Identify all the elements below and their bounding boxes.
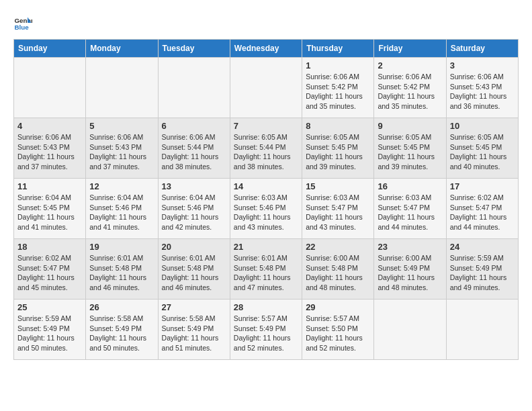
calendar-table: SundayMondayTuesdayWednesdayThursdayFrid…	[13, 39, 519, 360]
day-cell: 15Sunrise: 6:03 AM Sunset: 5:47 PM Dayli…	[302, 179, 374, 239]
day-number: 24	[450, 242, 515, 252]
header-wednesday: Wednesday	[230, 40, 302, 58]
day-cell: 21Sunrise: 6:01 AM Sunset: 5:48 PM Dayli…	[230, 239, 302, 300]
header-thursday: Thursday	[302, 40, 374, 58]
day-number: 5	[89, 121, 154, 131]
day-number: 20	[162, 242, 226, 252]
day-cell: 16Sunrise: 6:03 AM Sunset: 5:47 PM Dayli…	[374, 179, 446, 239]
day-cell: 29Sunrise: 5:57 AM Sunset: 5:50 PM Dayli…	[302, 300, 374, 360]
day-cell: 28Sunrise: 5:57 AM Sunset: 5:49 PM Dayli…	[230, 300, 302, 360]
week-row-4: 25Sunrise: 5:59 AM Sunset: 5:49 PM Dayli…	[14, 300, 519, 360]
day-cell	[374, 300, 446, 360]
day-cell: 18Sunrise: 6:02 AM Sunset: 5:47 PM Dayli…	[14, 239, 86, 300]
logo-icon: General Blue	[13, 13, 32, 32]
day-number: 7	[234, 121, 298, 131]
day-cell: 27Sunrise: 5:58 AM Sunset: 5:49 PM Dayli…	[158, 300, 230, 360]
logo: General Blue	[13, 13, 35, 32]
day-cell: 13Sunrise: 6:04 AM Sunset: 5:46 PM Dayli…	[158, 179, 230, 239]
day-cell: 3Sunrise: 6:06 AM Sunset: 5:43 PM Daylig…	[446, 58, 518, 118]
day-cell: 25Sunrise: 5:59 AM Sunset: 5:49 PM Dayli…	[14, 300, 86, 360]
day-cell	[14, 58, 86, 118]
day-cell: 19Sunrise: 6:01 AM Sunset: 5:48 PM Dayli…	[86, 239, 158, 300]
day-detail: Sunrise: 6:05 AM Sunset: 5:45 PM Dayligh…	[306, 132, 370, 172]
day-number: 3	[450, 60, 515, 71]
header-monday: Monday	[86, 40, 158, 58]
day-cell: 5Sunrise: 6:06 AM Sunset: 5:43 PM Daylig…	[86, 118, 158, 179]
header-saturday: Saturday	[446, 40, 518, 58]
day-number: 2	[378, 60, 442, 71]
day-detail: Sunrise: 5:59 AM Sunset: 5:49 PM Dayligh…	[450, 253, 515, 293]
day-number: 28	[234, 302, 298, 312]
day-detail: Sunrise: 6:02 AM Sunset: 5:47 PM Dayligh…	[17, 253, 82, 293]
day-detail: Sunrise: 6:03 AM Sunset: 5:47 PM Dayligh…	[378, 193, 442, 232]
day-cell: 20Sunrise: 6:01 AM Sunset: 5:48 PM Dayli…	[158, 239, 230, 300]
day-number: 14	[234, 181, 298, 191]
day-detail: Sunrise: 6:05 AM Sunset: 5:45 PM Dayligh…	[450, 132, 515, 172]
day-number: 12	[89, 181, 154, 191]
day-number: 22	[306, 242, 370, 252]
day-cell	[446, 300, 518, 360]
day-cell: 4Sunrise: 6:06 AM Sunset: 5:43 PM Daylig…	[14, 118, 86, 179]
day-cell: 8Sunrise: 6:05 AM Sunset: 5:45 PM Daylig…	[302, 118, 374, 179]
day-cell	[86, 58, 158, 118]
day-cell: 12Sunrise: 6:04 AM Sunset: 5:46 PM Dayli…	[86, 179, 158, 239]
day-number: 29	[306, 302, 370, 312]
calendar-header: SundayMondayTuesdayWednesdayThursdayFrid…	[14, 40, 519, 58]
day-number: 15	[306, 181, 370, 191]
day-cell: 7Sunrise: 6:05 AM Sunset: 5:44 PM Daylig…	[230, 118, 302, 179]
day-number: 13	[162, 181, 226, 191]
day-number: 16	[378, 181, 442, 191]
day-number: 9	[378, 121, 442, 131]
day-cell: 1Sunrise: 6:06 AM Sunset: 5:42 PM Daylig…	[302, 58, 374, 118]
day-detail: Sunrise: 6:05 AM Sunset: 5:45 PM Dayligh…	[378, 132, 442, 172]
day-detail: Sunrise: 6:01 AM Sunset: 5:48 PM Dayligh…	[162, 253, 226, 293]
day-detail: Sunrise: 6:02 AM Sunset: 5:47 PM Dayligh…	[450, 193, 515, 232]
day-detail: Sunrise: 6:05 AM Sunset: 5:44 PM Dayligh…	[234, 132, 298, 172]
day-detail: Sunrise: 5:58 AM Sunset: 5:49 PM Dayligh…	[162, 314, 226, 353]
day-number: 6	[162, 121, 226, 131]
day-detail: Sunrise: 6:01 AM Sunset: 5:48 PM Dayligh…	[234, 253, 298, 293]
day-detail: Sunrise: 6:04 AM Sunset: 5:45 PM Dayligh…	[17, 193, 82, 232]
day-number: 25	[17, 302, 82, 312]
day-detail: Sunrise: 5:58 AM Sunset: 5:49 PM Dayligh…	[89, 314, 154, 353]
day-number: 21	[234, 242, 298, 252]
day-number: 19	[89, 242, 154, 252]
day-detail: Sunrise: 6:06 AM Sunset: 5:43 PM Dayligh…	[17, 132, 82, 172]
day-number: 4	[17, 121, 82, 131]
day-cell: 6Sunrise: 6:06 AM Sunset: 5:44 PM Daylig…	[158, 118, 230, 179]
day-cell: 22Sunrise: 6:00 AM Sunset: 5:48 PM Dayli…	[302, 239, 374, 300]
day-cell: 11Sunrise: 6:04 AM Sunset: 5:45 PM Dayli…	[14, 179, 86, 239]
day-number: 1	[306, 60, 370, 71]
day-detail: Sunrise: 6:06 AM Sunset: 5:43 PM Dayligh…	[450, 72, 515, 111]
calendar-body: 1Sunrise: 6:06 AM Sunset: 5:42 PM Daylig…	[14, 58, 519, 360]
week-row-0: 1Sunrise: 6:06 AM Sunset: 5:42 PM Daylig…	[14, 58, 519, 118]
day-cell: 24Sunrise: 5:59 AM Sunset: 5:49 PM Dayli…	[446, 239, 518, 300]
day-cell: 2Sunrise: 6:06 AM Sunset: 5:42 PM Daylig…	[374, 58, 446, 118]
header-friday: Friday	[374, 40, 446, 58]
day-cell: 14Sunrise: 6:03 AM Sunset: 5:46 PM Dayli…	[230, 179, 302, 239]
svg-text:Blue: Blue	[14, 24, 29, 31]
day-number: 27	[162, 302, 226, 312]
day-detail: Sunrise: 6:00 AM Sunset: 5:49 PM Dayligh…	[378, 253, 442, 293]
header-tuesday: Tuesday	[158, 40, 230, 58]
page-header: General Blue	[13, 13, 519, 32]
day-detail: Sunrise: 5:57 AM Sunset: 5:49 PM Dayligh…	[234, 314, 298, 353]
header-sunday: Sunday	[14, 40, 86, 58]
day-cell: 10Sunrise: 6:05 AM Sunset: 5:45 PM Dayli…	[446, 118, 518, 179]
week-row-2: 11Sunrise: 6:04 AM Sunset: 5:45 PM Dayli…	[14, 179, 519, 239]
day-number: 11	[17, 181, 82, 191]
day-detail: Sunrise: 6:06 AM Sunset: 5:42 PM Dayligh…	[306, 72, 370, 111]
day-number: 10	[450, 121, 515, 131]
day-cell: 26Sunrise: 5:58 AM Sunset: 5:49 PM Dayli…	[86, 300, 158, 360]
day-number: 17	[450, 181, 515, 191]
day-detail: Sunrise: 5:57 AM Sunset: 5:50 PM Dayligh…	[306, 314, 370, 353]
week-row-1: 4Sunrise: 6:06 AM Sunset: 5:43 PM Daylig…	[14, 118, 519, 179]
day-cell: 9Sunrise: 6:05 AM Sunset: 5:45 PM Daylig…	[374, 118, 446, 179]
day-cell: 17Sunrise: 6:02 AM Sunset: 5:47 PM Dayli…	[446, 179, 518, 239]
day-detail: Sunrise: 5:59 AM Sunset: 5:49 PM Dayligh…	[17, 314, 82, 353]
week-row-3: 18Sunrise: 6:02 AM Sunset: 5:47 PM Dayli…	[14, 239, 519, 300]
day-detail: Sunrise: 6:06 AM Sunset: 5:42 PM Dayligh…	[378, 72, 442, 111]
day-detail: Sunrise: 6:00 AM Sunset: 5:48 PM Dayligh…	[306, 253, 370, 293]
day-detail: Sunrise: 6:06 AM Sunset: 5:43 PM Dayligh…	[89, 132, 154, 172]
day-cell: 23Sunrise: 6:00 AM Sunset: 5:49 PM Dayli…	[374, 239, 446, 300]
